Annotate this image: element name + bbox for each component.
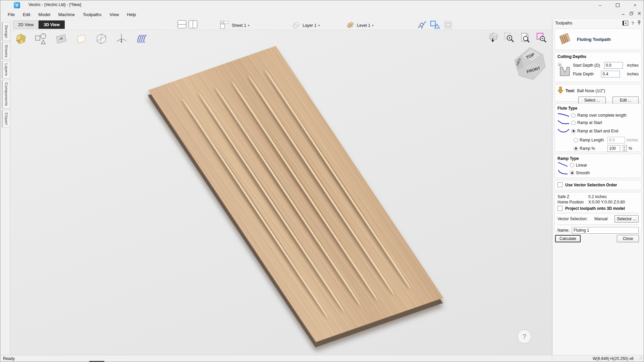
split-vertical-icon[interactable] (189, 20, 198, 29)
sidebar-item-layers[interactable]: Layers (2, 61, 10, 78)
sidebar-item-sheets[interactable]: Sheets (2, 42, 10, 60)
tool-name: Ball Nose (1/2") (577, 88, 605, 93)
svg-text:x: x (125, 39, 126, 41)
modeling-toolbar: zyx (14, 33, 148, 45)
material-block-icon[interactable] (14, 33, 27, 45)
radio-ramp-length[interactable] (574, 138, 578, 142)
dimensions-readout: W(6.649) H(20.250) x6 (593, 356, 634, 361)
cutting-depths-card: Cutting Depths D Start Depth (D) inches … (554, 52, 642, 82)
ramp-complete-label: Ramp over complete length (577, 113, 627, 118)
top-toolbar: 2D View 3D View Sheet 1 ▾ Layer 1 ▾ Leve… (0, 19, 553, 30)
shaded-view-icon[interactable] (488, 32, 498, 44)
fluting-icon (557, 32, 572, 47)
sheet-dropdown[interactable]: Sheet 1 ▾ (220, 21, 250, 30)
ramp-start-end-label: Ramp at Start and End (577, 129, 618, 133)
toolpaths-panel: Toolpaths < ? Fluting Toolpath Cutting D… (552, 19, 644, 355)
toolpath-title: Fluting Toolpath (577, 37, 611, 42)
sidebar-item-components[interactable]: Components (2, 80, 10, 109)
sidebar-item-clipart[interactable]: Clipart (2, 110, 10, 127)
start-depth-input[interactable] (604, 62, 623, 69)
material-block-3d[interactable] (148, 46, 443, 342)
radio-ramp-start[interactable] (571, 121, 576, 125)
use-vector-order-checkbox[interactable] (557, 182, 562, 187)
ramp-percent-spinner[interactable]: ▲▼ (622, 145, 627, 152)
sidebar-item-label: Design (4, 25, 8, 38)
mdi-close-button[interactable] (636, 10, 642, 16)
project-toolpath-checkbox[interactable] (557, 206, 562, 211)
menu-machine[interactable]: Machine (54, 10, 79, 19)
project-toolpath-label: Project toolpath onto 3D model (565, 206, 625, 211)
menu-model[interactable]: Model (34, 10, 54, 19)
tool-select-button[interactable]: Select ... (578, 97, 606, 104)
divider (557, 213, 639, 213)
level-dropdown-label: Level 1 (357, 23, 370, 28)
axes-icon[interactable]: zyx (115, 33, 128, 45)
tool-card: Tool: Ball Nose (1/2") Select ... Edit .… (554, 84, 642, 102)
toolpath-name-input[interactable] (572, 227, 639, 234)
menu-help[interactable]: Help (123, 10, 140, 19)
maximize-button[interactable] (609, 0, 626, 10)
zoom-selection-icon[interactable] (504, 32, 515, 44)
safe-z-label: Safe Z (557, 194, 588, 199)
wireframe-cube-icon[interactable] (95, 33, 108, 45)
radio-ramp-linear[interactable] (570, 163, 574, 167)
resize-grip-icon[interactable] (638, 356, 642, 361)
selector-button[interactable]: Selector ... (614, 215, 639, 223)
close-panel-button[interactable]: Close (617, 235, 639, 242)
mdi-restore-button[interactable] (628, 10, 634, 16)
zoom-box-icon[interactable] (536, 32, 547, 44)
grid-snap-icon[interactable] (443, 20, 453, 31)
shapes-icon[interactable] (35, 33, 47, 45)
position-card: Safe Z 0.2 inches Home Position X:0.00 Y… (554, 192, 642, 231)
sheet-blank-icon[interactable] (75, 33, 88, 45)
radio-ramp-percent[interactable] (574, 146, 578, 151)
tab-3d-view[interactable]: 3D View (39, 20, 65, 29)
geometry-snap-icon[interactable] (430, 20, 440, 31)
component-preview-icon[interactable] (55, 33, 67, 45)
ramp-complete-icon (557, 112, 570, 118)
start-depth-units: inches (627, 63, 639, 68)
ramp-length-input[interactable] (607, 137, 625, 143)
layer-dropdown[interactable]: Layer 1 ▾ (291, 21, 320, 30)
sidebar-item-design[interactable]: Design (2, 22, 10, 41)
spinner-down-icon[interactable]: ▼ (622, 148, 627, 152)
zoom-drawing-icon[interactable] (520, 32, 531, 44)
depth-diagram-icon: D (557, 60, 571, 79)
calculate-button[interactable]: Calculate (555, 235, 581, 242)
toolpath-title-card: Fluting Toolpath (554, 28, 642, 50)
restore-icon (616, 3, 620, 7)
radio-ramp-complete[interactable] (571, 113, 576, 118)
app-logo-icon: V (14, 2, 20, 8)
panel-collapse-icon[interactable]: < (623, 21, 628, 25)
view-orientation-cube[interactable]: TOP LEFT FRONT (512, 46, 548, 82)
split-horizontal-icon[interactable] (177, 20, 186, 29)
close-button[interactable]: × (626, 0, 644, 10)
ramp-percent-input[interactable] (607, 145, 620, 152)
menu-edit[interactable]: Edit (19, 10, 34, 19)
menu-toolpaths[interactable]: Toolpaths (79, 10, 106, 19)
ramp-length-label: Ramp Length (580, 138, 606, 142)
tab-2d-view[interactable]: 2D View (13, 20, 39, 29)
safe-z-value: 0.2 inches (588, 194, 607, 199)
divider (557, 225, 639, 225)
help-button[interactable]: ? (517, 329, 531, 344)
toolpath-squiggle-icon[interactable] (135, 33, 148, 45)
menu-view[interactable]: View (106, 10, 123, 19)
vector-selection-value: Manual (594, 217, 607, 221)
mdi-minimize-button[interactable] (620, 10, 626, 16)
node-snap-icon[interactable] (417, 20, 427, 31)
radio-ramp-smooth[interactable] (570, 171, 574, 175)
spinner-up-icon[interactable]: ▲ (622, 145, 627, 148)
panel-help-icon[interactable]: ? (632, 21, 634, 26)
radio-ramp-start-end[interactable] (571, 129, 576, 133)
panel-pin-icon[interactable] (637, 20, 641, 26)
svg-text:D: D (559, 63, 561, 66)
tool-edit-button[interactable]: Edit ... (612, 97, 639, 104)
flute-groove (197, 92, 346, 313)
flute-depth-input[interactable] (601, 71, 620, 77)
minimize-button[interactable]: – (591, 0, 609, 10)
app-window: V Vectric - {Vectric Ltd} - [*New] – × F… (0, 0, 644, 362)
level-dropdown[interactable]: Level 1 ▾ (346, 21, 374, 30)
3d-viewport[interactable]: zyx TOP LEFT FRONT ? (10, 30, 553, 355)
menu-file[interactable]: File (4, 10, 19, 19)
